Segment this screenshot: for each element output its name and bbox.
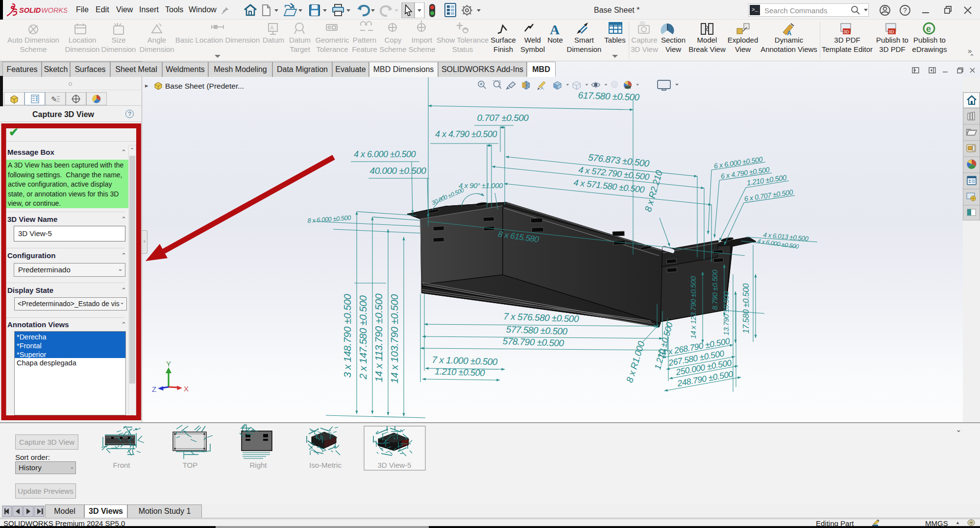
svg-text:40.000 ±0.500: 40.000 ±0.500 <box>370 166 427 176</box>
svg-text:8.790 ±0.500: 8.790 ±0.500 <box>710 269 719 310</box>
svg-text:7 x 1.000 ±0.500: 7 x 1.000 ±0.500 <box>432 355 498 367</box>
svg-text:7 x 576.580 ±0.500: 7 x 576.580 ±0.500 <box>503 311 579 324</box>
svg-text:577.580 ±0.500: 577.580 ±0.500 <box>506 324 568 336</box>
svg-text:X: X <box>184 384 189 393</box>
svg-text:14 x 103.790 ±0.500: 14 x 103.790 ±0.500 <box>389 294 400 384</box>
svg-text:WORKS: WORKS <box>41 6 67 14</box>
svg-text:17.580 ±0.500: 17.580 ±0.500 <box>741 283 751 334</box>
svg-text:4 x 4.790 ±0.500: 4 x 4.790 ±0.500 <box>435 129 497 139</box>
svg-text:14 x 123.790 ±0.500: 14 x 123.790 ±0.500 <box>689 276 697 338</box>
svg-text:Right: Right <box>249 461 267 469</box>
svg-text:3D: 3D <box>843 29 849 34</box>
svg-text:13.790 ±0.500: 13.790 ±0.500 <box>722 291 730 335</box>
svg-text:14 x 113.790 ±0.500: 14 x 113.790 ±0.500 <box>373 293 384 382</box>
svg-text:Z: Z <box>152 385 156 393</box>
svg-text:3D View-5: 3D View-5 <box>378 461 412 469</box>
svg-text:3D: 3D <box>888 29 894 34</box>
svg-text:Front: Front <box>113 461 130 469</box>
svg-text:?: ? <box>903 6 907 14</box>
svg-text:Iso-Metric: Iso-Metric <box>309 461 342 469</box>
svg-text:6 x 0.707 ±0.500: 6 x 0.707 ±0.500 <box>744 188 794 203</box>
svg-text:TOP: TOP <box>183 461 198 469</box>
svg-text:✎: ✎ <box>51 95 57 103</box>
svg-text:A: A <box>270 24 274 31</box>
svg-text:30.000 ±0.500: 30.000 ±0.500 <box>430 187 465 207</box>
svg-text:e: e <box>926 24 931 34</box>
svg-text:3D: 3D <box>639 21 645 25</box>
svg-text:A: A <box>550 22 560 37</box>
svg-text:578.790 ±0.500: 578.790 ±0.500 <box>502 336 564 348</box>
svg-text:2 x 147.580 ±0.500: 2 x 147.580 ±0.500 <box>357 295 368 380</box>
svg-text:4 x 90° ±1.000: 4 x 90° ±1.000 <box>459 181 503 190</box>
svg-text:617.580 ±0.500: 617.580 ±0.500 <box>578 90 640 102</box>
svg-text:Y: Y <box>166 360 171 368</box>
svg-text:A: A <box>787 29 792 37</box>
svg-text:3 x 148.790 ±0.500: 3 x 148.790 ±0.500 <box>342 294 353 378</box>
svg-text:4 x 6.000 ±0.500: 4 x 6.000 ±0.500 <box>354 149 416 159</box>
svg-text:8 x R1.000: 8 x R1.000 <box>624 340 647 384</box>
svg-text:0.707 ±0.500: 0.707 ±0.500 <box>477 113 529 123</box>
svg-text:SOLID: SOLID <box>19 6 41 14</box>
svg-text:1.210 ±0.500: 1.210 ±0.500 <box>435 366 486 378</box>
